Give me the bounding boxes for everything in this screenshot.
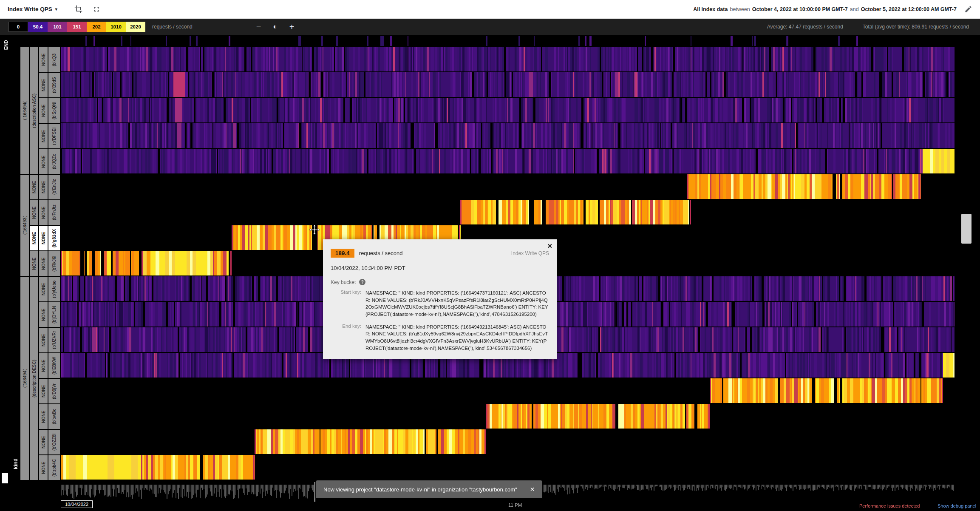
zoom-out-button[interactable]: − [256, 23, 261, 31]
pencil-icon [964, 5, 972, 13]
invert-colors-icon[interactable]: ◐ [273, 23, 277, 31]
axis-none-label[interactable]: NONE [39, 277, 48, 301]
time-range-and: and [850, 6, 859, 12]
axis-none-label[interactable]: NONE [39, 47, 48, 72]
legend-stats: Average: 47.47 requests / second Total (… [767, 24, 972, 30]
axis-row-key-label[interactable]: (b'xQ3l [48, 47, 60, 72]
time-range-prefix: All index data [693, 6, 728, 12]
axis-row-key-label[interactable]: (b'owBc [48, 404, 60, 429]
axis-none-label[interactable]: NONE [39, 404, 48, 429]
axis-end-label: END [3, 40, 8, 50]
axis-none-label[interactable]: NONE [39, 149, 48, 174]
axis-row-key-label[interactable]: (b'JQZc [48, 149, 60, 174]
axis-none-label[interactable]: NONE [39, 379, 48, 403]
axis-none-label[interactable]: NONE [39, 328, 48, 352]
axis-row-key-label[interactable]: (b'D9jVr [48, 379, 60, 403]
legend-stop-50.4: 50.4 [28, 22, 48, 32]
color-legend: 050.410115120210102020 [8, 22, 145, 32]
time-range: All index data between October 4, 2022 a… [693, 6, 957, 12]
axis-none-label[interactable]: NONE [39, 251, 48, 276]
time-range-end: October 5, 2022 at 12:00:00 AM GMT-7 [861, 6, 957, 12]
axis-row-key-label[interactable]: (b'DFSEl [48, 124, 60, 148]
fullscreen-icon [93, 5, 101, 13]
tooltip-header: 189.4 requests / second Index Write QPS [331, 249, 549, 258]
vertical-scrollbar-thumb[interactable] [961, 214, 972, 244]
end-key-label: End key: [331, 324, 361, 352]
axis-row-key-label[interactable]: (b'EBKW [48, 353, 60, 378]
axis-row-key-label[interactable]: (b'zpb4C [48, 455, 60, 480]
axis-row-key-label[interactable]: (b'SpQNl [48, 98, 60, 123]
axis-row-key-label[interactable]: (b'l39dS [48, 73, 60, 97]
axis-row-key-label[interactable]: (b'FnJtz [48, 200, 60, 225]
timeline-date-label: 10/04/2022 [61, 500, 93, 508]
axis-row-key-label[interactable]: (b'OZZ8l [48, 430, 60, 454]
average-qps: Average: 47.47 requests / second [767, 24, 843, 30]
axis-row-key-label[interactable]: (b'EnJlz [48, 175, 60, 199]
heatmap-tooltip: ✕ 189.4 requests / second Index Write QP… [323, 239, 557, 359]
zoom-in-button[interactable]: + [289, 23, 295, 31]
axis-none-label[interactable]: NONE [39, 226, 48, 250]
axis-none-label[interactable]: NONE [39, 430, 48, 454]
edit-range-button[interactable] [964, 5, 972, 13]
total-qps: Total (avg over time): 806.91 requests /… [863, 24, 969, 30]
axis-corner [2, 473, 8, 483]
crop-icon [74, 5, 82, 13]
start-key-label: Start key: [331, 290, 361, 318]
tooltip-timestamp: 10/04/2022, 10:34:00 PM PDT [331, 265, 549, 271]
legend-stop-2020: 2020 [126, 22, 145, 32]
start-key-value: NAMESPACE: '' KIND: kind PROPERTIES: ('1… [365, 290, 549, 318]
axis-none-label[interactable]: NONE [39, 175, 48, 199]
key-bucket-table: Start key: NAMESPACE: '' KIND: kind PROP… [331, 290, 549, 352]
axis-direction-group[interactable]: (description ASC) [30, 47, 38, 174]
axis-none-label[interactable]: NONE [30, 251, 38, 276]
axis-none-label[interactable]: NONE [39, 302, 48, 327]
axis-index-group[interactable]: ('166493( [20, 175, 29, 276]
tooltip-section: Key bucket ? [331, 279, 549, 285]
crop-button[interactable] [74, 5, 82, 13]
axis-none-label[interactable]: NONE [30, 175, 38, 199]
metric-selector-label: Index Write QPS [8, 6, 52, 12]
axis-none-label[interactable]: NONE [30, 200, 38, 225]
legend-units: requests / second [152, 24, 193, 30]
legend-stop-101: 101 [48, 22, 67, 32]
project-toast: Now viewing project "datastore-mode-kv-n… [316, 480, 542, 498]
tooltip-metric-name: Index Write QPS [511, 250, 549, 256]
time-range-between: between [730, 6, 750, 12]
axis-index-group[interactable]: ('166494( [20, 47, 29, 174]
performance-warning: Performance issues detected [859, 503, 920, 508]
axis-row-key-label[interactable]: (b'g81dX [48, 226, 60, 250]
axis-none-label[interactable]: NONE [39, 124, 48, 148]
close-icon[interactable]: ✕ [547, 242, 552, 250]
axis-kind-label: kind [13, 458, 19, 469]
timeline-tick-label: 11 PM [508, 502, 522, 508]
show-debug-panel-link[interactable]: Show debug panel [938, 503, 976, 508]
axis-none-label[interactable]: NONE [39, 98, 48, 123]
axis-direction-group[interactable]: (description DESC) [30, 277, 38, 480]
key-visualizer-app: Index Write QPS ▾ All index data between… [0, 0, 980, 511]
top-bar: Index Write QPS ▾ All index data between… [0, 0, 980, 19]
axis-row-key-label[interactable]: (b'jDYLN [48, 302, 60, 327]
close-icon[interactable]: ✕ [530, 486, 535, 493]
legend-toolbar: 050.410115120210102020 requests / second… [0, 19, 980, 35]
axis-row-key-label[interactable]: (b'yUebo [48, 277, 60, 301]
zoom-controls: − ◐ + [256, 23, 295, 31]
axis-row-key-label[interactable]: (b'UZVRr [48, 328, 60, 352]
axis-none-label[interactable]: NONE [30, 226, 38, 250]
axis-none-label[interactable]: NONE [39, 455, 48, 480]
help-icon[interactable]: ? [359, 279, 365, 285]
time-range-start: October 4, 2022 at 10:00:00 PM GMT-7 [752, 6, 848, 12]
axis-none-label[interactable]: NONE [39, 73, 48, 97]
timeline-playhead[interactable] [314, 482, 315, 502]
tooltip-units: requests / second [359, 250, 403, 256]
tooltip-value-badge: 189.4 [331, 249, 354, 258]
chevron-down-icon: ▾ [55, 7, 57, 11]
toast-message: Now viewing project "datastore-mode-kv-n… [323, 486, 517, 493]
axis-none-label[interactable]: NONE [39, 200, 48, 225]
axis-row-key-label[interactable]: (b'RkJ6l [48, 251, 60, 276]
legend-stop-151: 151 [67, 22, 87, 32]
fullscreen-button[interactable] [93, 5, 101, 13]
axis-index-group[interactable]: ('166494( [20, 277, 29, 480]
axis-none-label[interactable]: NONE [39, 353, 48, 378]
end-key-value: NAMESPACE: '' KIND: kind PROPERTIES: ('1… [365, 324, 549, 352]
metric-selector[interactable]: Index Write QPS ▾ [8, 6, 57, 12]
